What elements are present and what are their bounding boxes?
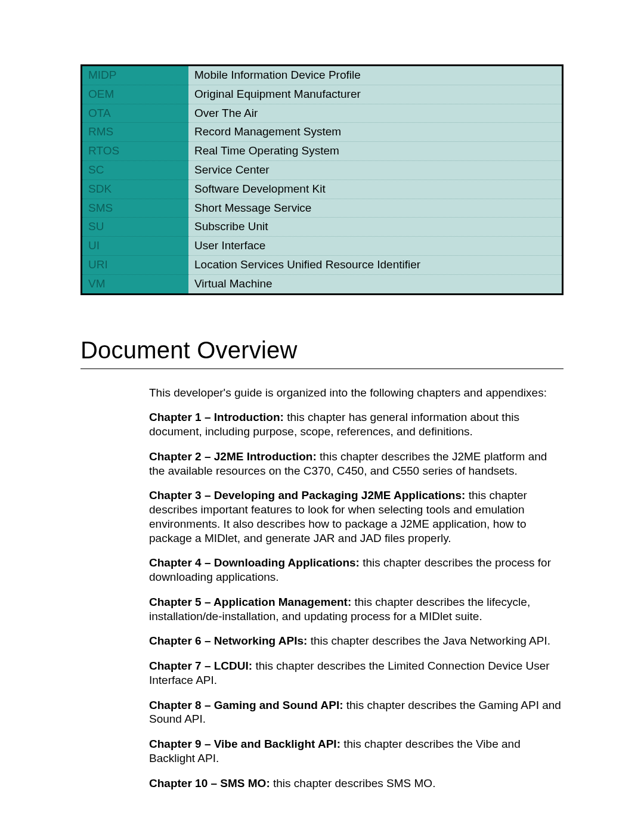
chapter-label: Chapter 5 – Application Management: bbox=[149, 596, 351, 608]
chapter-label: Chapter 6 – Networking APIs: bbox=[149, 634, 307, 647]
desc-cell: Location Services Unified Resource Ident… bbox=[188, 255, 563, 274]
abbr-cell: VM bbox=[82, 274, 189, 294]
overview-body: This developer's guide is organized into… bbox=[149, 386, 564, 791]
definitions-table: MIDPMobile Information Device ProfileOEM… bbox=[80, 64, 564, 295]
desc-cell: Subscribe Unit bbox=[188, 218, 563, 237]
abbr-cell: URI bbox=[82, 255, 189, 274]
chapter-paragraph: Chapter 3 – Developing and Packaging J2M… bbox=[149, 488, 564, 545]
desc-cell: Original Equipment Manufacturer bbox=[188, 85, 563, 104]
desc-cell: Record Management System bbox=[188, 123, 563, 142]
table-row: SMSShort Message Service bbox=[82, 199, 563, 218]
abbr-cell: OTA bbox=[82, 104, 189, 123]
chapter-label: Chapter 2 – J2ME Introduction: bbox=[149, 450, 317, 463]
chapter-paragraph: Chapter 9 – Vibe and Backlight API: this… bbox=[149, 737, 564, 766]
desc-cell: Mobile Information Device Profile bbox=[188, 66, 563, 85]
table-row: VMVirtual Machine bbox=[82, 274, 563, 294]
desc-cell: Short Message Service bbox=[188, 199, 563, 218]
table-row: RMSRecord Management System bbox=[82, 123, 563, 142]
abbr-cell: SU bbox=[82, 218, 189, 237]
chapter-paragraph: Chapter 2 – J2ME Introduction: this chap… bbox=[149, 450, 564, 478]
chapter-text: this chapter describes the Java Networki… bbox=[307, 634, 550, 647]
title-rule bbox=[80, 368, 564, 369]
desc-cell: Real Time Operating System bbox=[188, 142, 563, 161]
chapters-container: Chapter 1 – Introduction: this chapter h… bbox=[149, 410, 564, 790]
abbr-cell: RMS bbox=[82, 123, 189, 142]
chapter-label: Chapter 4 – Downloading Applications: bbox=[149, 556, 360, 569]
chapter-label: Chapter 10 – SMS MO: bbox=[149, 777, 270, 789]
table-row: OTAOver The Air bbox=[82, 104, 563, 123]
table-row: RTOSReal Time Operating System bbox=[82, 142, 563, 161]
table-row: UIUser Interface bbox=[82, 237, 563, 256]
abbr-cell: MIDP bbox=[82, 66, 189, 85]
chapter-label: Chapter 8 – Gaming and Sound API: bbox=[149, 699, 343, 711]
definitions-tbody: MIDPMobile Information Device ProfileOEM… bbox=[82, 66, 563, 295]
chapter-paragraph: Chapter 4 – Downloading Applications: th… bbox=[149, 556, 564, 584]
abbr-cell: OEM bbox=[82, 85, 189, 104]
table-row: SUSubscribe Unit bbox=[82, 218, 563, 237]
chapter-paragraph: Chapter 10 – SMS MO: this chapter descri… bbox=[149, 776, 564, 791]
desc-cell: Software Development Kit bbox=[188, 179, 563, 199]
abbr-cell: SMS bbox=[82, 199, 189, 218]
desc-cell: Virtual Machine bbox=[188, 274, 563, 294]
chapter-paragraph: Chapter 7 – LCDUI: this chapter describe… bbox=[149, 659, 564, 688]
chapter-text: this chapter describes SMS MO. bbox=[270, 777, 436, 789]
chapter-paragraph: Chapter 8 – Gaming and Sound API: this c… bbox=[149, 698, 564, 727]
chapter-label: Chapter 1 – Introduction: bbox=[149, 411, 284, 423]
chapter-label: Chapter 9 – Vibe and Backlight API: bbox=[149, 738, 340, 750]
chapter-paragraph: Chapter 1 – Introduction: this chapter h… bbox=[149, 410, 564, 439]
chapter-label: Chapter 7 – LCDUI: bbox=[149, 659, 252, 672]
abbr-cell: RTOS bbox=[82, 142, 189, 161]
chapter-label: Chapter 3 – Developing and Packaging J2M… bbox=[149, 489, 465, 501]
chapter-paragraph: Chapter 5 – Application Management: this… bbox=[149, 595, 564, 624]
table-row: URILocation Services Unified Resource Id… bbox=[82, 255, 563, 274]
desc-cell: Service Center bbox=[188, 160, 563, 179]
abbr-cell: SDK bbox=[82, 179, 189, 199]
section-title: Document Overview bbox=[80, 337, 564, 364]
table-row: SDKSoftware Development Kit bbox=[82, 179, 563, 199]
desc-cell: User Interface bbox=[188, 237, 563, 256]
document-page: MIDPMobile Information Device ProfileOEM… bbox=[0, 0, 644, 833]
intro-paragraph: This developer's guide is organized into… bbox=[149, 386, 564, 400]
desc-cell: Over The Air bbox=[188, 104, 563, 123]
table-row: OEMOriginal Equipment Manufacturer bbox=[82, 85, 563, 104]
abbr-cell: UI bbox=[82, 237, 189, 256]
table-row: MIDPMobile Information Device Profile bbox=[82, 66, 563, 85]
abbr-cell: SC bbox=[82, 160, 189, 179]
table-row: SCService Center bbox=[82, 160, 563, 179]
chapter-paragraph: Chapter 6 – Networking APIs: this chapte… bbox=[149, 634, 564, 648]
